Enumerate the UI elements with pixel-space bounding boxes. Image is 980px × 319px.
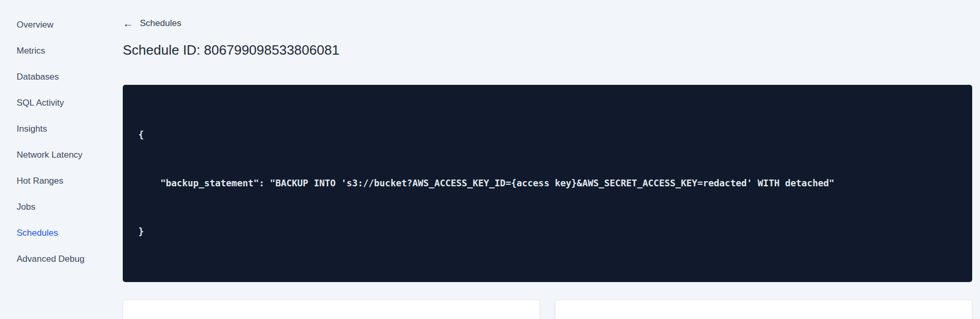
sidebar-item-schedules[interactable]: Schedules [0,220,123,246]
sidebar-item-metrics[interactable]: Metrics [0,38,123,64]
sidebar-item-jobs[interactable]: Jobs [0,194,123,220]
sidebar-item-network-latency[interactable]: Network Latency [0,142,123,168]
page-title: Schedule ID: 806799098533806081 [123,42,972,58]
sidebar-item-overview[interactable]: Overview [0,12,123,38]
code-line: } [138,224,957,240]
sidebar-item-insights[interactable]: Insights [0,116,123,142]
sidebar-item-advanced-debug[interactable]: Advanced Debug [0,246,123,272]
code-line: "backup_statement": "BACKUP INTO 's3://b… [138,175,957,192]
arrow-left-icon: ← [123,18,133,29]
sidebar-item-sql-activity[interactable]: SQL Activity [0,90,123,116]
back-link-label: Schedules [140,18,181,29]
sidebar-nav: Overview Metrics Databases SQL Activity … [0,0,123,319]
schedule-timing-card: Creation Time Oct 20, 2022 at 17:12 UTC … [555,300,972,319]
page: Overview Metrics Databases SQL Activity … [0,0,980,319]
main-content: ← Schedules Schedule ID: 806799098533806… [123,0,980,319]
code-line: { [138,127,957,143]
sidebar-item-databases[interactable]: Databases [0,64,123,90]
schedule-details-card: Label core_full_backups Status ACTIVE St… [123,300,540,319]
backup-statement-code-block: { "backup_statement": "BACKUP INTO 's3:/… [123,85,972,282]
back-to-schedules-link[interactable]: ← Schedules [123,18,181,29]
detail-row-creation-time: Creation Time Oct 20, 2022 at 17:12 UTC [571,314,956,319]
detail-cards: Label core_full_backups Status ACTIVE St… [123,300,972,319]
detail-row-label: Label core_full_backups [139,314,527,319]
sidebar-item-hot-ranges[interactable]: Hot Ranges [0,168,123,194]
